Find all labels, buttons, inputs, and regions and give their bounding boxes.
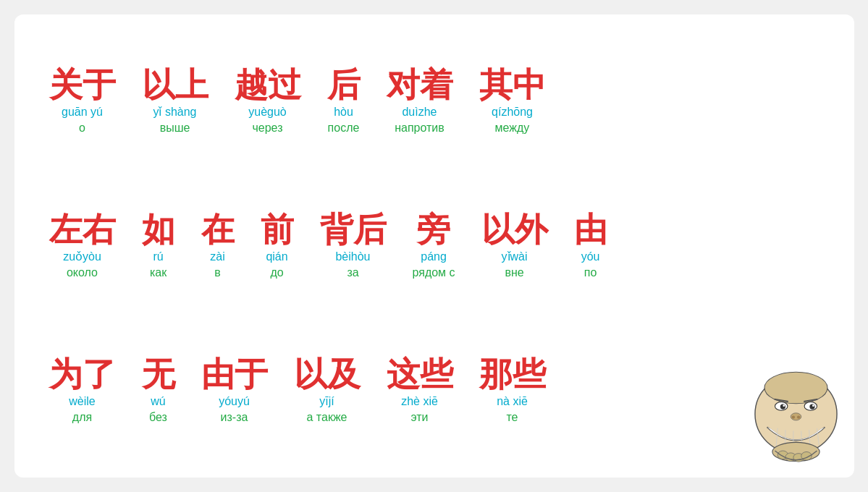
pinyin-text: yǐ shàng: [153, 105, 196, 120]
chinese-character: 由: [574, 211, 607, 248]
russian-translation: в: [214, 266, 221, 281]
russian-translation: выше: [160, 121, 190, 136]
russian-translation: эти: [410, 410, 428, 425]
pinyin-text: guān yú: [62, 105, 103, 120]
pinyin-text: wú: [151, 394, 165, 410]
russian-translation: рядом с: [413, 266, 455, 281]
svg-point-6: [783, 404, 785, 407]
pinyin-text: zhè xiē: [401, 394, 438, 410]
pinyin-text: bèihòu: [335, 250, 370, 265]
entry-2-3: 在zàiв: [188, 211, 248, 281]
russian-translation: после: [328, 121, 360, 136]
pinyin-text: wèile: [69, 394, 95, 410]
chinese-character: 那些: [479, 356, 546, 393]
russian-translation: напротив: [395, 121, 444, 136]
chinese-character: 这些: [387, 356, 453, 393]
entry-1-6: 其中qízhōngмежду: [466, 67, 559, 136]
svg-point-4: [780, 404, 785, 409]
entry-2-2: 如rúкак: [129, 211, 188, 281]
russian-translation: за: [347, 266, 358, 281]
pinyin-text: yóu: [581, 250, 600, 265]
pinyin-text: duìzhe: [402, 105, 437, 120]
russian-translation: о: [79, 121, 85, 136]
russian-translation: до: [270, 266, 283, 281]
chinese-character: 无: [142, 356, 175, 393]
entry-2-1: 左右zuǒyòuоколо: [36, 211, 129, 281]
svg-point-12: [796, 415, 799, 418]
chinese-character: 为了: [49, 356, 116, 393]
pinyin-text: yījí: [319, 394, 334, 410]
pinyin-text: nà xiē: [497, 394, 528, 410]
svg-point-7: [812, 404, 814, 407]
chinese-character: 越过: [235, 67, 301, 103]
entry-1-3: 越过yuèguòчерез: [222, 67, 314, 136]
chinese-character: 左右: [49, 211, 116, 248]
russian-translation: как: [150, 266, 167, 281]
pinyin-text: hòu: [334, 105, 353, 120]
chinese-character: 背后: [320, 211, 387, 248]
entry-3-1: 为了wèileдля: [36, 356, 129, 425]
pinyin-text: qián: [266, 250, 287, 265]
chinese-character: 关于: [49, 67, 116, 103]
russian-translation: без: [149, 410, 167, 425]
russian-translation: около: [67, 266, 98, 281]
chinese-character: 以及: [294, 356, 361, 393]
entry-2-6: 旁pángрядом с: [400, 211, 468, 281]
russian-translation: вне: [505, 266, 523, 281]
entry-2-8: 由yóuпо: [561, 211, 620, 281]
svg-point-5: [809, 404, 814, 409]
chinese-character: 旁: [417, 211, 450, 248]
entry-1-5: 对着duìzheнапротив: [374, 67, 466, 136]
entry-2-5: 背后bèihòuза: [307, 211, 400, 281]
pinyin-text: yuèguò: [248, 105, 287, 120]
entry-1-4: 后hòuпосле: [314, 67, 374, 136]
pinyin-text: rú: [153, 250, 163, 265]
entry-3-5: 这些zhè xiēэти: [374, 356, 466, 425]
pinyin-text: yǐwài: [502, 250, 528, 265]
pinyin-text: zuǒyòu: [63, 250, 101, 265]
entry-2-7: 以外yǐwàiвне: [468, 211, 561, 281]
chinese-character: 前: [261, 211, 294, 248]
svg-point-11: [791, 415, 794, 418]
chinese-character: 在: [201, 211, 235, 248]
chinese-character: 对着: [387, 67, 453, 103]
pinyin-text: zài: [210, 250, 224, 265]
pinyin-text: qízhōng: [492, 105, 533, 120]
entry-2-4: 前qiánдо: [248, 211, 307, 281]
russian-translation: между: [495, 121, 530, 136]
chinese-character: 后: [327, 67, 361, 103]
chinese-character: 其中: [479, 67, 546, 103]
chinese-character: 如: [142, 211, 175, 248]
entry-1-2: 以上yǐ shàngвыше: [129, 67, 222, 136]
entry-3-6: 那些nà xiēте: [466, 356, 559, 425]
entry-3-3: 由于yóuyúиз-за: [188, 356, 281, 425]
chinese-character: 由于: [201, 356, 268, 393]
entry-1-1: 关于guān yúо: [36, 67, 129, 136]
russian-translation: для: [72, 410, 92, 425]
russian-translation: через: [252, 121, 282, 136]
entry-3-4: 以及yījíа также: [281, 356, 374, 425]
russian-translation: а также: [307, 410, 347, 425]
row-1: 关于guān yúо以上yǐ shàngвыше越过yuèguòчерез后hò…: [36, 67, 833, 136]
chinese-character: 以上: [142, 67, 208, 103]
svg-point-1: [764, 372, 827, 404]
russian-translation: из-за: [221, 410, 248, 425]
troll-face: [743, 367, 848, 472]
pinyin-text: páng: [421, 250, 447, 265]
pinyin-text: yóuyú: [219, 394, 250, 410]
row-2: 左右zuǒyòuоколо如rúкак在zàiв前qiánдо背后bèihòuз…: [36, 211, 833, 281]
chinese-character: 以外: [481, 211, 548, 248]
russian-translation: по: [584, 266, 597, 281]
main-card: 关于guān yúо以上yǐ shàngвыше越过yuèguòчерез后hò…: [14, 14, 854, 478]
russian-translation: те: [506, 410, 518, 425]
entry-3-2: 无wúбез: [129, 356, 188, 425]
row-3: 为了wèileдля无wúбез由于yóuyúиз-за以及yījíа такж…: [36, 356, 833, 425]
